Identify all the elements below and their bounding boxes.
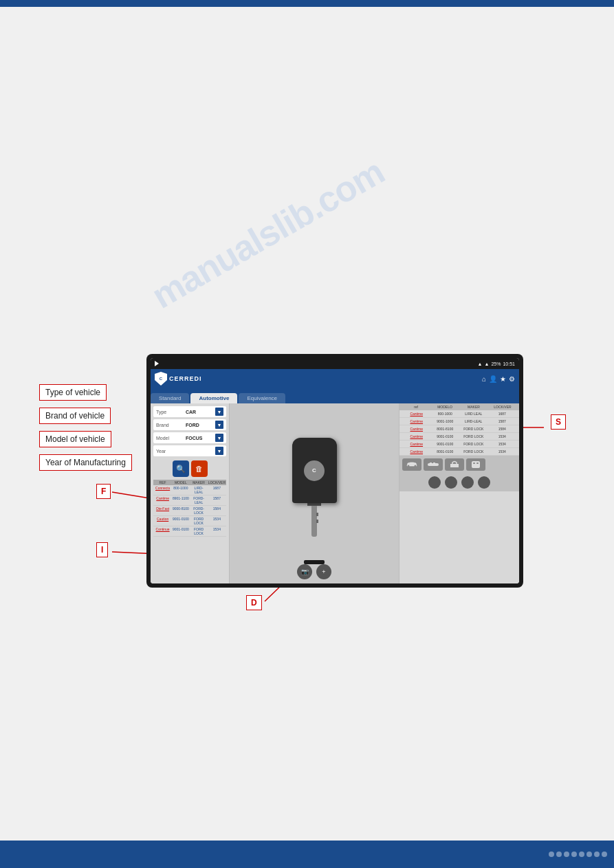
right-row-3[interactable]: Cantime 8001-8100 FORD LOCK 1584 bbox=[399, 425, 519, 433]
result-model-3: 9000-8100 bbox=[172, 507, 189, 515]
top-bar bbox=[0, 0, 614, 7]
field-model-value: FOCUS bbox=[186, 436, 215, 441]
app-header-icons: ⌂ 👤 ★ ⚙ bbox=[482, 375, 515, 383]
camera-button[interactable]: 📷 bbox=[297, 564, 312, 579]
right-col-lock: LOCK/VER bbox=[489, 405, 516, 409]
settings-icon[interactable]: ⚙ bbox=[509, 375, 515, 383]
right-maker-4: FORD LOCK bbox=[459, 434, 488, 438]
svg-rect-15 bbox=[476, 463, 479, 464]
circle-icon-1[interactable] bbox=[428, 476, 441, 489]
key-fob: C bbox=[292, 438, 337, 503]
right-row-4[interactable]: Cantime 9001-0100 FORD LOCK 1534 bbox=[399, 433, 519, 441]
right-maker-1: LIRD LEAL bbox=[459, 412, 488, 416]
right-lock-5: 1534 bbox=[488, 442, 517, 446]
right-ref-5: Cantime bbox=[402, 442, 431, 446]
field-year-label: Year bbox=[156, 449, 186, 454]
logo-text: CERREDI bbox=[169, 375, 202, 382]
logo-shield-icon: C bbox=[155, 372, 167, 386]
center-image-panel: C 📷 + bbox=[230, 403, 399, 583]
field-brand-value: FORD bbox=[186, 423, 215, 427]
result-row-5[interactable]: Continue 9001-0100 FORD LOCK 1534 bbox=[153, 526, 226, 537]
right-col-modelo: MODELO bbox=[431, 405, 459, 409]
result-row-2[interactable]: Cantime 8901-1100 FORD-LEAL 1587 bbox=[153, 496, 226, 506]
label-year-vehicle: Year of Manufacturing bbox=[39, 454, 132, 471]
right-modelo-3: 8001-8100 bbox=[431, 427, 460, 431]
brand-dropdown-arrow[interactable]: ▼ bbox=[215, 421, 223, 429]
right-table-header: ref MODELO MAKER LOCK/VER bbox=[399, 403, 519, 410]
search-button[interactable]: 🔍 bbox=[173, 460, 189, 477]
field-type[interactable]: Type CAR ▼ bbox=[153, 406, 226, 417]
type-dropdown-arrow[interactable]: ▼ bbox=[215, 408, 223, 416]
result-ref-3: Die-Fast bbox=[154, 507, 171, 515]
result-row-4[interactable]: Caution 9001-0100 FORD LOCK 1534 bbox=[153, 516, 226, 526]
signal-icon: ▲ bbox=[485, 361, 490, 366]
dot-5 bbox=[579, 852, 584, 857]
field-model[interactable]: Model FOCUS ▼ bbox=[153, 432, 226, 443]
circle-icon-3[interactable] bbox=[461, 476, 474, 489]
icon-btn-remote[interactable] bbox=[466, 458, 485, 471]
svg-rect-13 bbox=[472, 461, 480, 468]
icon-btn-keys[interactable] bbox=[424, 458, 443, 471]
year-dropdown-arrow[interactable]: ▼ bbox=[215, 447, 223, 455]
right-modelo-5: 9001-0100 bbox=[431, 442, 460, 446]
right-lock-1: 1687 bbox=[488, 412, 517, 416]
battery-level: 25% bbox=[491, 361, 501, 366]
icon-btn-lock[interactable] bbox=[445, 458, 464, 471]
right-row-5[interactable]: Cantime 9001-0100 FORD LOCK 1534 bbox=[399, 441, 519, 448]
tab-equivalence[interactable]: Equivalence bbox=[239, 393, 285, 403]
user-icon[interactable]: 👤 bbox=[489, 375, 497, 383]
right-lock-6: 1534 bbox=[488, 449, 517, 454]
circle-icon-2[interactable] bbox=[445, 476, 457, 489]
key-blade bbox=[311, 506, 317, 537]
result-ref-2: Cantime bbox=[154, 496, 171, 504]
svg-point-8 bbox=[408, 465, 410, 467]
field-year[interactable]: Year ▼ bbox=[153, 445, 226, 456]
field-brand-label: Brand bbox=[156, 423, 186, 427]
col-lock: LOCK/VER bbox=[208, 480, 226, 485]
right-ref-4: Cantime bbox=[402, 434, 431, 438]
home-icon[interactable]: ⌂ bbox=[482, 375, 486, 383]
icon-btn-car[interactable] bbox=[402, 458, 421, 471]
right-ref-3: Cantime bbox=[402, 427, 431, 431]
result-row-3[interactable]: Die-Fast 9000-8100 FORD-LOCK 1584 bbox=[153, 506, 226, 516]
right-row-6[interactable]: Cantime 8001-0100 FORD LOCK 1534 bbox=[399, 448, 519, 456]
tab-navigation: Standard Automotive Equivalence bbox=[151, 388, 519, 403]
label-type-vehicle: Type of vehicle bbox=[39, 384, 107, 401]
result-lock-2: 1587 bbox=[208, 496, 226, 504]
right-ref-6: Cantime bbox=[402, 449, 431, 454]
result-maker-2: FORD-LEAL bbox=[190, 496, 208, 504]
field-model-label: Model bbox=[156, 436, 186, 441]
label-model-vehicle: Model of vehicle bbox=[39, 431, 111, 447]
model-dropdown-arrow[interactable]: ▼ bbox=[215, 434, 223, 442]
svg-point-9 bbox=[415, 465, 417, 467]
app-body: Type CAR ▼ Brand FORD ▼ Model FOCUS ▼ bbox=[151, 403, 519, 583]
result-model-4: 9001-0100 bbox=[172, 517, 189, 525]
circle-icon-4[interactable] bbox=[478, 476, 490, 489]
status-bar: ▲ ▲ 25% 10:51 bbox=[151, 358, 519, 369]
right-bottom-icons bbox=[399, 456, 519, 474]
right-ref-1: Cantime bbox=[402, 412, 431, 416]
svg-rect-14 bbox=[473, 463, 475, 464]
right-row-2[interactable]: Cantime 9001-1000 LIRD-LEAL 1587 bbox=[399, 418, 519, 425]
result-maker-4: FORD LOCK bbox=[190, 517, 208, 525]
time-display: 10:51 bbox=[503, 361, 515, 366]
right-col-maker: MAKER bbox=[460, 405, 487, 409]
result-row-1[interactable]: Connects 800-1000 LIRD-LEAL 1687 bbox=[153, 485, 226, 496]
delete-button[interactable]: 🗑 bbox=[191, 460, 208, 477]
right-maker-3: FORD LOCK bbox=[459, 427, 488, 431]
add-image-button[interactable]: + bbox=[316, 564, 331, 579]
field-brand[interactable]: Brand FORD ▼ bbox=[153, 419, 226, 430]
dot-2 bbox=[556, 852, 562, 857]
field-type-value: CAR bbox=[186, 410, 215, 414]
star-icon[interactable]: ★ bbox=[500, 375, 506, 383]
right-lock-4: 1534 bbox=[488, 434, 517, 438]
tab-standard[interactable]: Standard bbox=[151, 393, 189, 403]
right-maker-2: LIRD-LEAL bbox=[459, 419, 488, 423]
right-maker-6: FORD LOCK bbox=[459, 449, 488, 454]
right-row-1[interactable]: Cantime 800-1000 LIRD LEAL 1687 bbox=[399, 410, 519, 418]
main-content: manualslib.com Type of vehicle Brand of … bbox=[0, 7, 614, 841]
wifi-icon: ▲ bbox=[478, 361, 483, 366]
result-model-2: 8901-1100 bbox=[172, 496, 189, 504]
tablet-device: ▲ ▲ 25% 10:51 C CERREDI ⌂ 👤 ★ bbox=[146, 354, 523, 588]
tab-automotive[interactable]: Automotive bbox=[190, 393, 237, 403]
